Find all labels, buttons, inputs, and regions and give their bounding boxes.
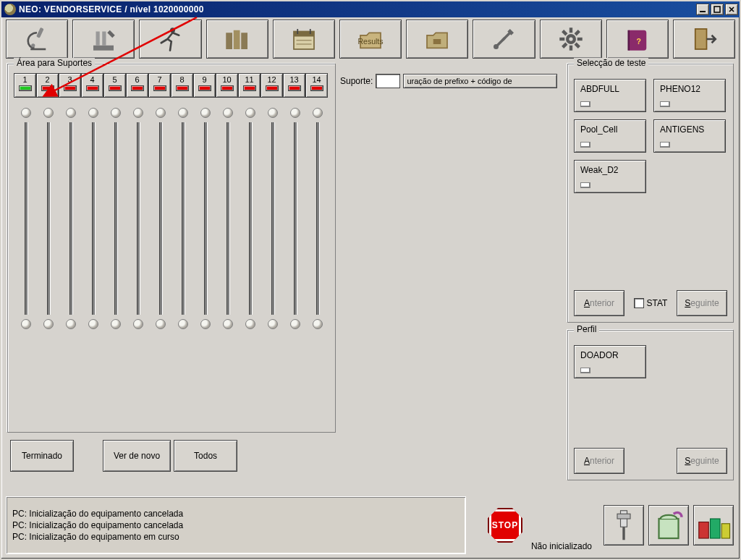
rack-slot-number: 2: [45, 75, 49, 84]
perfil-prev-button[interactable]: Anterior: [574, 448, 624, 474]
tube-slider-6[interactable]: [127, 108, 149, 329]
rack-slot-led: [266, 85, 279, 91]
suporte-input[interactable]: [376, 74, 400, 88]
rack-slot-number: 6: [135, 75, 139, 84]
view-again-button[interactable]: Ver de novo: [103, 440, 171, 472]
slider-knob-bottom: [66, 319, 76, 329]
rack-slot-14[interactable]: 14: [305, 73, 328, 98]
rack-slot-led: [310, 85, 323, 91]
tube-slider-13[interactable]: [284, 108, 306, 329]
maximize-button[interactable]: [711, 4, 724, 15]
rack-slot-3[interactable]: 3: [59, 73, 81, 98]
runner-icon[interactable]: [139, 20, 201, 59]
calendar-icon[interactable]: [273, 20, 335, 59]
status-line: PC: Inicialização do equipamento em curs…: [12, 532, 460, 542]
svg-rect-34: [711, 519, 721, 538]
test-pool_cell[interactable]: Pool_Cell: [574, 119, 646, 153]
slider-track: [271, 122, 274, 315]
svg-rect-5: [96, 32, 100, 46]
tube-slider-5[interactable]: [104, 108, 127, 329]
tube-slider-3[interactable]: [59, 108, 82, 329]
rack-slot-number: 14: [312, 75, 321, 84]
done-button[interactable]: Terminado: [10, 440, 74, 472]
microscope-icon[interactable]: [6, 20, 68, 59]
svg-rect-32: [659, 519, 679, 538]
rack-tube-row: [14, 108, 329, 329]
tube-slider-4[interactable]: [82, 108, 104, 329]
tube-slider-1[interactable]: [14, 108, 37, 329]
test-pheno12[interactable]: PHENO12: [653, 79, 726, 112]
archive-icon[interactable]: [406, 20, 468, 59]
tube-slider-14[interactable]: [306, 108, 329, 329]
test-button-label: PHENO12: [660, 84, 700, 94]
rack-slot-13[interactable]: 13: [283, 73, 305, 98]
rack-slot-5[interactable]: 5: [103, 73, 126, 98]
rack-slot-number: 3: [67, 75, 72, 84]
slider-knob-top: [88, 108, 98, 118]
rack-slot-12[interactable]: 12: [261, 73, 283, 98]
svg-rect-0: [700, 11, 706, 12]
status-log: PC: Inicialização do equipamento cancela…: [6, 496, 466, 554]
rack-slot-4[interactable]: 4: [81, 73, 103, 98]
rack-slot-number: 5: [112, 75, 117, 84]
test-button-label: Pool_Cell: [580, 124, 617, 135]
stop-button[interactable]: STOP: [485, 505, 525, 546]
tests-next-button[interactable]: Seguinte: [677, 290, 727, 316]
test-button-indicator: [660, 101, 670, 107]
stat-checkbox[interactable]: STAT: [634, 298, 668, 308]
slider-knob-top: [133, 108, 143, 118]
results-folder-icon[interactable]: Results: [339, 20, 402, 59]
minimize-button[interactable]: [696, 4, 709, 15]
slider-knob-top: [223, 108, 233, 118]
rack-slot-number: 8: [179, 75, 184, 84]
rack-slot-11[interactable]: 11: [238, 73, 261, 98]
rack-slot-10[interactable]: 10: [216, 73, 238, 98]
tube-slider-11[interactable]: [239, 108, 261, 329]
tube-slider-9[interactable]: [194, 108, 216, 329]
svg-rect-16: [433, 39, 441, 44]
tube-slider-8[interactable]: [172, 108, 194, 329]
tube-slider-2[interactable]: [37, 108, 59, 329]
rack-slot-6[interactable]: 6: [126, 73, 148, 98]
reagent-status-icon[interactable]: [648, 505, 689, 546]
pipette-icon[interactable]: [72, 20, 135, 59]
svg-rect-6: [103, 32, 106, 46]
rack-slot-8[interactable]: 8: [171, 73, 193, 98]
help-book-icon[interactable]: ?: [606, 20, 669, 59]
close-button[interactable]: [725, 4, 738, 15]
gear-icon[interactable]: [540, 20, 602, 59]
test-button-label: ANTIGENS: [660, 124, 704, 135]
all-button[interactable]: Todos: [174, 440, 237, 472]
status-line: PC: Inicialização do equipamento cancela…: [12, 520, 460, 530]
rack-slot-1[interactable]: 1: [14, 73, 36, 98]
rack-slot-9[interactable]: 9: [193, 73, 216, 98]
rack-slot-led: [131, 85, 144, 91]
test-abdfull[interactable]: ABDFULL: [574, 79, 646, 112]
rack-slot-7[interactable]: 7: [148, 73, 171, 98]
slider-knob-bottom: [290, 319, 300, 329]
probe-status-icon[interactable]: [604, 505, 644, 546]
tube-slider-12[interactable]: [261, 108, 284, 329]
slider-track: [182, 122, 185, 315]
rack-slot-2[interactable]: 2: [36, 73, 59, 98]
tube-slider-7[interactable]: [149, 108, 172, 329]
waste-status-icon[interactable]: [693, 505, 734, 546]
test-button-indicator: [580, 101, 590, 107]
svg-line-26: [562, 43, 566, 47]
tests-prev-button[interactable]: Anterior: [574, 290, 624, 316]
rack-slot-number: 9: [202, 75, 206, 84]
exit-icon[interactable]: [673, 20, 735, 59]
test-button-indicator: [580, 368, 590, 373]
test-antigens[interactable]: ANTIGENS: [653, 119, 726, 153]
cassettes-icon[interactable]: [206, 20, 268, 59]
test-weak_d2[interactable]: Weak_D2: [574, 160, 646, 193]
perfil-next-button[interactable]: Seguinte: [677, 448, 727, 474]
slider-knob-bottom: [313, 319, 323, 329]
tools-icon[interactable]: [473, 20, 535, 59]
slider-track: [92, 122, 95, 315]
rack-slot-led: [221, 85, 234, 91]
slider-knob-top: [245, 108, 255, 118]
perfil-doador[interactable]: DOADOR: [574, 345, 646, 378]
slider-knob-bottom: [156, 319, 166, 329]
tube-slider-10[interactable]: [216, 108, 239, 329]
